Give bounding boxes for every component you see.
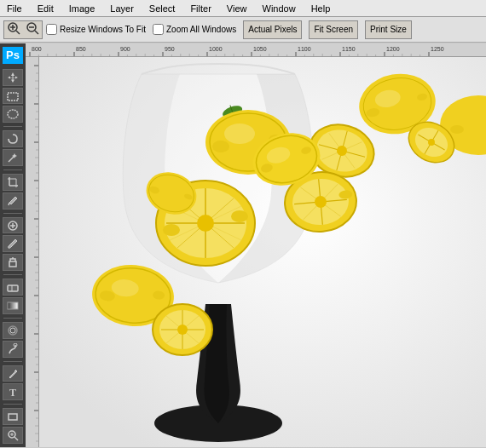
svg-point-117 [8, 110, 18, 118]
menu-file[interactable]: File [3, 2, 26, 15]
svg-text:1200: 1200 [386, 46, 400, 52]
svg-text:800: 800 [32, 46, 42, 52]
pen-tool[interactable] [3, 365, 23, 382]
svg-rect-132 [8, 302, 18, 309]
svg-text:1000: 1000 [209, 46, 223, 52]
marquee-rect-tool[interactable] [3, 88, 23, 105]
gradient-tool[interactable] [3, 297, 23, 314]
svg-text:1100: 1100 [298, 46, 311, 52]
svg-point-179 [163, 224, 180, 236]
zoom-all-label: Zoom All Windows [166, 25, 236, 34]
menu-window[interactable]: Window [259, 2, 299, 15]
svg-rect-138 [9, 414, 17, 420]
image-canvas[interactable] [39, 57, 486, 447]
svg-point-152 [450, 125, 464, 134]
svg-rect-116 [8, 93, 18, 101]
resize-windows-checkbox[interactable]: Resize Windows To Fit [46, 24, 146, 35]
zoom-in-button[interactable] [4, 21, 23, 38]
svg-rect-130 [8, 285, 18, 291]
menu-image[interactable]: Image [66, 2, 99, 15]
zoom-control [3, 20, 43, 39]
svg-rect-128 [9, 261, 16, 267]
magic-wand-tool[interactable] [3, 149, 23, 166]
actual-pixels-button[interactable]: Actual Pixels [243, 20, 302, 39]
svg-point-191 [177, 325, 188, 335]
svg-text:950: 950 [165, 46, 175, 52]
canvas-area [39, 57, 486, 447]
fit-screen-button[interactable]: Fit Screen [309, 20, 358, 39]
resize-windows-input[interactable] [46, 24, 57, 35]
menubar: File Edit Image Layer Select Filter View… [0, 0, 486, 17]
toolbar-options: Resize Windows To Fit Zoom All Windows A… [46, 20, 483, 39]
marquee-ellipse-tool[interactable] [3, 106, 23, 123]
svg-line-119 [9, 156, 14, 162]
clone-tool[interactable] [3, 254, 23, 271]
svg-text:850: 850 [76, 46, 86, 52]
svg-text:900: 900 [120, 46, 130, 52]
svg-line-1 [16, 31, 20, 34]
svg-point-215 [428, 139, 435, 146]
svg-point-164 [212, 141, 229, 152]
ruler-horizontal: 800850900950100010501100115012001250 [26, 43, 486, 57]
svg-text:T: T [9, 387, 16, 398]
tool-panel: Ps [0, 43, 26, 447]
svg-line-124 [9, 203, 9, 205]
eraser-tool[interactable] [3, 279, 23, 296]
menu-help[interactable]: Help [308, 2, 334, 15]
ruler-vertical [26, 57, 39, 447]
svg-text:1150: 1150 [342, 46, 356, 52]
svg-line-140 [14, 437, 18, 440]
svg-point-178 [231, 210, 248, 222]
photoshop-logo: Ps [3, 47, 23, 64]
lasso-tool[interactable] [3, 130, 23, 147]
svg-rect-64 [26, 57, 39, 447]
menu-edit[interactable]: Edit [34, 2, 57, 15]
zoom-out-button[interactable] [23, 21, 42, 38]
svg-marker-115 [8, 72, 18, 83]
print-size-button[interactable]: Print Size [365, 20, 412, 39]
eyedropper-tool[interactable] [3, 192, 23, 210]
menu-filter[interactable]: Filter [187, 2, 214, 15]
toolbar: Resize Windows To Fit Zoom All Windows A… [0, 17, 486, 43]
resize-windows-label: Resize Windows To Fit [60, 25, 146, 34]
svg-text:1050: 1050 [253, 46, 267, 52]
zoom-all-input[interactable] [153, 24, 164, 35]
menu-layer[interactable]: Layer [107, 2, 137, 15]
healing-tool[interactable] [3, 217, 23, 234]
svg-point-167 [224, 123, 255, 144]
menu-view[interactable]: View [223, 2, 251, 15]
menu-select[interactable]: Select [146, 2, 179, 15]
svg-point-176 [197, 215, 214, 232]
crop-tool[interactable] [3, 174, 23, 191]
zoom-tool[interactable] [3, 427, 23, 444]
text-tool[interactable]: T [3, 383, 23, 400]
blur-tool[interactable] [3, 322, 23, 339]
lemon-scene [39, 57, 486, 447]
svg-point-134 [10, 328, 15, 333]
svg-line-5 [35, 31, 38, 34]
shape-tool[interactable] [3, 408, 23, 425]
brush-tool[interactable] [3, 235, 23, 252]
zoom-all-checkbox[interactable]: Zoom All Windows [153, 24, 236, 35]
svg-text:1250: 1250 [431, 46, 444, 52]
move-tool[interactable] [3, 69, 23, 86]
dodge-tool[interactable] [3, 341, 23, 358]
